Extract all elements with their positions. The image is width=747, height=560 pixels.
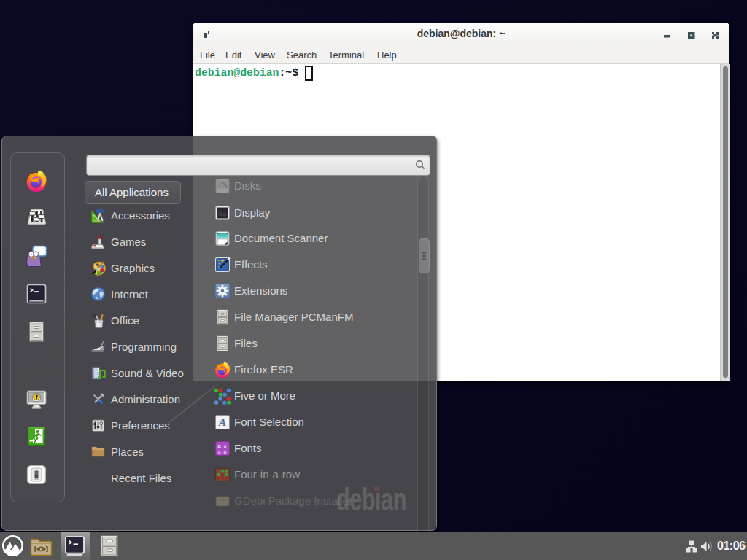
svg-text:A: A — [218, 416, 226, 428]
svg-text:a: a — [224, 448, 227, 455]
